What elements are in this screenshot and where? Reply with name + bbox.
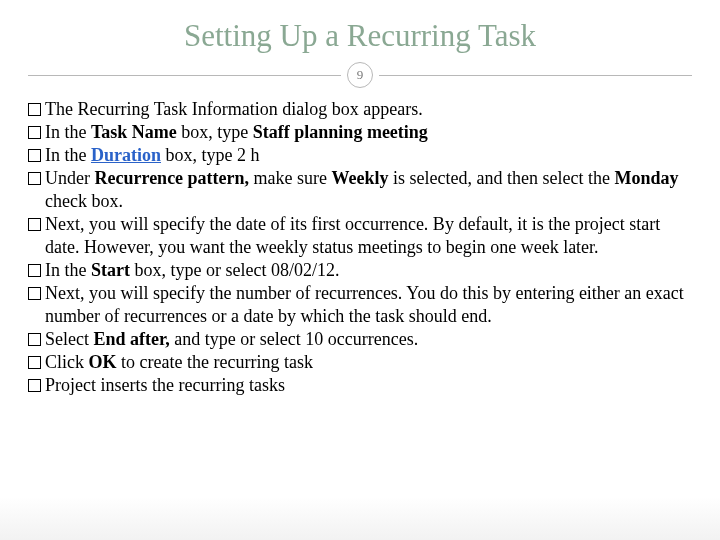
text: Under bbox=[45, 168, 94, 188]
list-item: In the Duration box, type 2 h bbox=[28, 144, 692, 167]
list-item: In the Task Name box, type Staff plannin… bbox=[28, 121, 692, 144]
checkbox-bullet-icon bbox=[28, 287, 41, 300]
link[interactable]: Duration bbox=[91, 145, 161, 165]
list-item-text: Under Recurrence pattern, make sure Week… bbox=[45, 167, 692, 213]
text-bold: Task Name bbox=[91, 122, 177, 142]
list-item: The Recurring Task Information dialog bo… bbox=[28, 98, 692, 121]
text: to create the recurring task bbox=[117, 352, 313, 372]
text: Click bbox=[45, 352, 89, 372]
text: The Recurring Task Information dialog bo… bbox=[45, 99, 423, 119]
text: Next, you will specify the date of its f… bbox=[45, 214, 660, 257]
list-item-text: Click OK to create the recurring task bbox=[45, 351, 692, 374]
list-item-text: In the Start box, type or select 08/02/1… bbox=[45, 259, 692, 282]
list-item: Click OK to create the recurring task bbox=[28, 351, 692, 374]
list-item: In the Start box, type or select 08/02/1… bbox=[28, 259, 692, 282]
text: In the bbox=[45, 145, 91, 165]
text-bold: Weekly bbox=[332, 168, 389, 188]
list-item: Project inserts the recurring tasks bbox=[28, 374, 692, 397]
title-divider: 9 bbox=[28, 62, 692, 88]
text: In the bbox=[45, 260, 91, 280]
checkbox-bullet-icon bbox=[28, 264, 41, 277]
text: is selected, and then select the bbox=[389, 168, 615, 188]
divider-line-left bbox=[28, 75, 341, 76]
page-title: Setting Up a Recurring Task bbox=[28, 18, 692, 54]
slide: Setting Up a Recurring Task 9 The Recurr… bbox=[0, 0, 720, 540]
text: box, type 2 h bbox=[161, 145, 260, 165]
text: check box. bbox=[45, 191, 123, 211]
list-item-text: The Recurring Task Information dialog bo… bbox=[45, 98, 692, 121]
content-list: The Recurring Task Information dialog bo… bbox=[28, 98, 692, 397]
text: box, type or select 08/02/12. bbox=[130, 260, 339, 280]
text: and type or select 10 occurrences. bbox=[170, 329, 418, 349]
text-bold: Staff planning meeting bbox=[253, 122, 428, 142]
list-item-text: Next, you will specify the number of rec… bbox=[45, 282, 692, 328]
page-number-badge: 9 bbox=[347, 62, 373, 88]
list-item-text: Next, you will specify the date of its f… bbox=[45, 213, 692, 259]
list-item: Next, you will specify the number of rec… bbox=[28, 282, 692, 328]
checkbox-bullet-icon bbox=[28, 356, 41, 369]
list-item-text: Select End after, and type or select 10 … bbox=[45, 328, 692, 351]
checkbox-bullet-icon bbox=[28, 333, 41, 346]
list-item-text: In the Duration box, type 2 h bbox=[45, 144, 692, 167]
checkbox-bullet-icon bbox=[28, 149, 41, 162]
list-item-text: Project inserts the recurring tasks bbox=[45, 374, 692, 397]
checkbox-bullet-icon bbox=[28, 379, 41, 392]
text: make sure bbox=[249, 168, 331, 188]
list-item-text: In the Task Name box, type Staff plannin… bbox=[45, 121, 692, 144]
text-bold: Monday bbox=[614, 168, 678, 188]
text: box, type bbox=[177, 122, 253, 142]
text: In the bbox=[45, 122, 91, 142]
checkbox-bullet-icon bbox=[28, 218, 41, 231]
text: Select bbox=[45, 329, 93, 349]
checkbox-bullet-icon bbox=[28, 126, 41, 139]
list-item: Next, you will specify the date of its f… bbox=[28, 213, 692, 259]
text: Next, you will specify the number of rec… bbox=[45, 283, 684, 326]
divider-line-right bbox=[379, 75, 692, 76]
text-bold: OK bbox=[89, 352, 117, 372]
checkbox-bullet-icon bbox=[28, 172, 41, 185]
text-bold: Start bbox=[91, 260, 130, 280]
text-bold: Recurrence pattern, bbox=[94, 168, 249, 188]
checkbox-bullet-icon bbox=[28, 103, 41, 116]
text: Project inserts the recurring tasks bbox=[45, 375, 285, 395]
list-item: Under Recurrence pattern, make sure Week… bbox=[28, 167, 692, 213]
list-item: Select End after, and type or select 10 … bbox=[28, 328, 692, 351]
text-bold: End after, bbox=[93, 329, 169, 349]
